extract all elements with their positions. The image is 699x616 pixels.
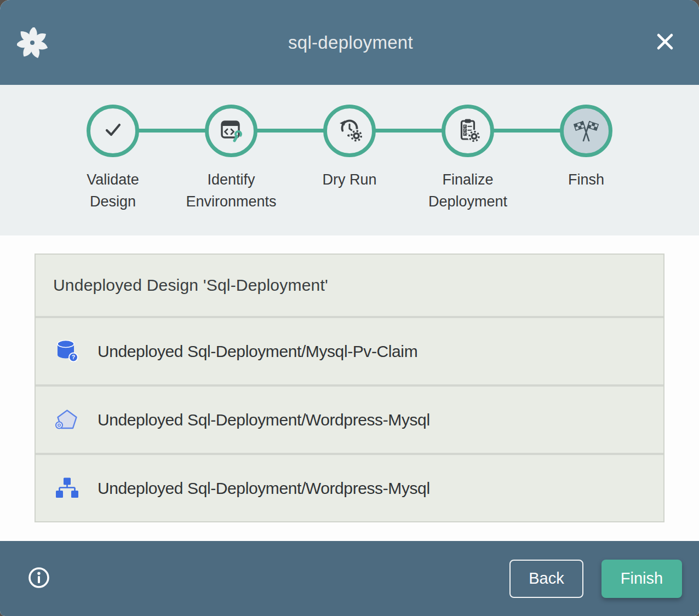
dialog-title: sql-deployment: [48, 32, 653, 53]
result-row[interactable]: Undeployed Sql-Deployment/Wordpress-Mysq…: [36, 387, 663, 453]
step-connector: [139, 129, 205, 133]
result-row[interactable]: ? Undeployed Sql-Deployment/Mysql-Pv-Cla…: [36, 318, 663, 384]
steps-row: Validate Design: [54, 105, 645, 212]
step-identify-environments[interactable]: Identify Environments: [172, 105, 290, 212]
checkered-flags-icon: [572, 116, 600, 146]
dialog-footer: Back Finish: [0, 541, 699, 616]
pentagon-badge-icon: [54, 407, 79, 433]
result-row[interactable]: Undeployed Sql-Deployment/Wordpress-Mysq…: [36, 455, 663, 521]
step-connector: [257, 129, 324, 133]
step-connector: [494, 129, 560, 133]
step-label: Dry Run: [322, 169, 376, 191]
results-summary-text: Undeployed Design 'Sql-Deployment': [53, 276, 328, 295]
back-button[interactable]: Back: [509, 560, 583, 598]
step-finish[interactable]: Finsh: [527, 105, 645, 212]
step-label: Finsh: [568, 169, 604, 191]
code-window-wrench-icon: [218, 117, 244, 145]
svg-text:?: ?: [72, 354, 75, 360]
tree-hierarchy-icon: [54, 475, 79, 502]
step-dry-run[interactable]: Dry Run: [290, 105, 409, 212]
clipboard-gear-icon: [455, 117, 481, 145]
dialog-header: sql-deployment: [0, 0, 699, 85]
history-gear-icon: [336, 117, 363, 145]
screen: { "header": { "title": "sql-deployment" …: [0, 0, 699, 616]
step-connector: [375, 129, 442, 133]
app-logo-icon: [16, 27, 48, 59]
step-label: Identify Environments: [182, 169, 280, 212]
wizard-stepper: Validate Design: [0, 85, 699, 235]
step-validate-design[interactable]: Validate Design: [54, 105, 172, 212]
dialog-body: Undeployed Design 'Sql-Deployment' ? Und…: [0, 235, 699, 541]
info-icon: [27, 566, 50, 591]
finish-button[interactable]: Finish: [601, 560, 682, 598]
check-icon: [100, 117, 126, 145]
step-finalize-deployment[interactable]: Finalize Deployment: [409, 105, 527, 212]
info-button[interactable]: [27, 567, 50, 590]
close-icon: [656, 32, 674, 53]
results-summary-row: Undeployed Design 'Sql-Deployment': [36, 255, 663, 316]
close-button[interactable]: [653, 31, 677, 55]
result-row-text: Undeployed Sql-Deployment/Wordpress-Mysq…: [98, 411, 430, 429]
step-label: Finalize Deployment: [419, 169, 517, 212]
result-row-text: Undeployed Sql-Deployment/Wordpress-Mysq…: [98, 479, 430, 498]
step-label: Validate Design: [64, 169, 162, 212]
deployment-results-list: Undeployed Design 'Sql-Deployment' ? Und…: [35, 254, 664, 522]
database-question-icon: ?: [54, 338, 79, 365]
result-row-text: Undeployed Sql-Deployment/Mysql-Pv-Claim: [98, 342, 417, 361]
sql-deployment-dialog: sql-deployment: [0, 0, 699, 616]
